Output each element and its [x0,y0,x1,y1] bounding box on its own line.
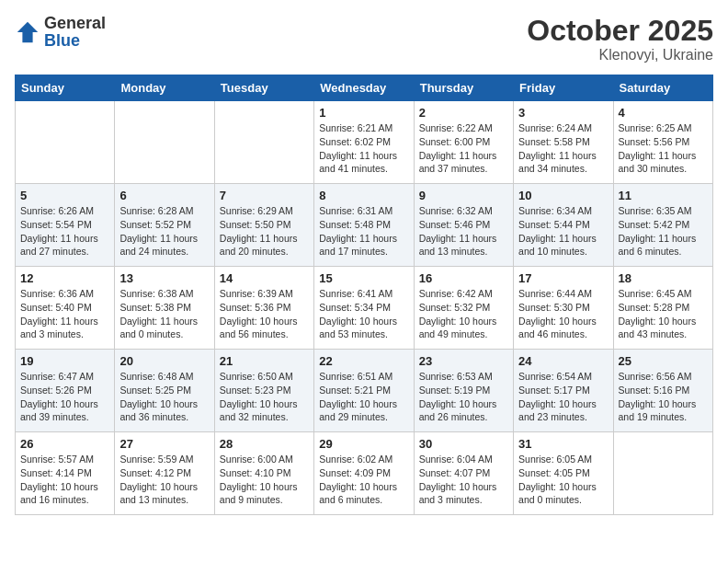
day-number: 27 [119,437,209,451]
day-number: 21 [220,354,309,368]
day-info: Sunrise: 6:36 AM Sunset: 5:40 PM Dayligh… [20,287,109,341]
calendar-cell: 30Sunrise: 6:04 AM Sunset: 4:07 PM Dayli… [414,432,513,515]
calendar-cell: 31Sunrise: 6:05 AM Sunset: 4:05 PM Dayli… [514,432,613,515]
day-number: 25 [619,354,708,368]
calendar-week-row: 12Sunrise: 6:36 AM Sunset: 5:40 PM Dayli… [16,267,713,350]
calendar-cell: 4Sunrise: 6:25 AM Sunset: 5:56 PM Daylig… [613,101,712,184]
day-number: 5 [20,189,109,202]
calendar-cell: 20Sunrise: 6:48 AM Sunset: 5:25 PM Dayli… [115,350,214,432]
day-info: Sunrise: 6:02 AM Sunset: 4:09 PM Dayligh… [319,453,408,507]
calendar-cell: 14Sunrise: 6:39 AM Sunset: 5:36 PM Dayli… [214,267,313,350]
day-info: Sunrise: 5:59 AM Sunset: 4:12 PM Dayligh… [119,453,209,507]
calendar-cell: 23Sunrise: 6:53 AM Sunset: 5:19 PM Dayli… [414,350,513,432]
day-number: 6 [119,189,209,202]
day-number: 23 [419,354,508,368]
day-number: 18 [619,271,708,285]
calendar-week-row: 19Sunrise: 6:47 AM Sunset: 5:26 PM Dayli… [16,350,713,432]
calendar-cell: 25Sunrise: 6:56 AM Sunset: 5:16 PM Dayli… [613,350,712,432]
day-info: Sunrise: 6:53 AM Sunset: 5:19 PM Dayligh… [419,370,508,424]
day-number: 16 [419,271,508,285]
month-title: October 2025 [527,15,713,47]
day-info: Sunrise: 6:22 AM Sunset: 6:00 PM Dayligh… [419,121,508,176]
day-info: Sunrise: 5:57 AM Sunset: 4:14 PM Dayligh… [20,453,109,507]
calendar-cell [115,101,214,184]
day-info: Sunrise: 6:38 AM Sunset: 5:38 PM Dayligh… [119,287,209,341]
day-info: Sunrise: 6:21 AM Sunset: 6:02 PM Dayligh… [319,121,408,176]
day-number: 7 [220,189,309,202]
day-number: 9 [419,189,508,202]
day-info: Sunrise: 6:41 AM Sunset: 5:34 PM Dayligh… [319,287,408,341]
calendar-cell: 10Sunrise: 6:34 AM Sunset: 5:44 PM Dayli… [514,184,613,267]
calendar-cell [16,101,115,184]
calendar-cell [613,432,712,515]
calendar-week-row: 26Sunrise: 5:57 AM Sunset: 4:14 PM Dayli… [16,432,713,515]
day-info: Sunrise: 6:35 AM Sunset: 5:42 PM Dayligh… [619,204,708,259]
calendar-cell: 7Sunrise: 6:29 AM Sunset: 5:50 PM Daylig… [214,184,313,267]
day-number: 4 [619,106,708,120]
day-number: 26 [20,437,109,451]
calendar-cell: 21Sunrise: 6:50 AM Sunset: 5:23 PM Dayli… [214,350,313,432]
weekday-header-wednesday: Wednesday [314,75,414,101]
calendar-cell: 28Sunrise: 6:00 AM Sunset: 4:10 PM Dayli… [214,432,313,515]
day-number: 17 [518,271,608,285]
location-title: Klenovyi, Ukraine [527,47,713,63]
day-number: 8 [319,189,408,202]
day-info: Sunrise: 6:00 AM Sunset: 4:10 PM Dayligh… [220,453,309,507]
calendar-cell: 13Sunrise: 6:38 AM Sunset: 5:38 PM Dayli… [115,267,214,350]
day-info: Sunrise: 6:29 AM Sunset: 5:50 PM Dayligh… [220,204,309,259]
calendar-cell: 16Sunrise: 6:42 AM Sunset: 5:32 PM Dayli… [414,267,513,350]
svg-marker-0 [17,22,38,42]
calendar-cell: 1Sunrise: 6:21 AM Sunset: 6:02 PM Daylig… [314,101,414,184]
day-info: Sunrise: 6:39 AM Sunset: 5:36 PM Dayligh… [220,287,309,341]
day-number: 11 [619,189,708,202]
weekday-header-monday: Monday [115,75,214,101]
day-info: Sunrise: 6:42 AM Sunset: 5:32 PM Dayligh… [419,287,508,341]
calendar-cell: 22Sunrise: 6:51 AM Sunset: 5:21 PM Dayli… [314,350,414,432]
calendar-week-row: 1Sunrise: 6:21 AM Sunset: 6:02 PM Daylig… [16,101,713,184]
weekday-header-tuesday: Tuesday [214,75,313,101]
day-info: Sunrise: 6:51 AM Sunset: 5:21 PM Dayligh… [319,370,408,424]
logo-blue: Blue [44,31,80,50]
day-info: Sunrise: 6:45 AM Sunset: 5:28 PM Dayligh… [619,287,708,341]
day-info: Sunrise: 6:31 AM Sunset: 5:48 PM Dayligh… [319,204,408,259]
calendar-cell: 15Sunrise: 6:41 AM Sunset: 5:34 PM Dayli… [314,267,414,350]
day-number: 13 [119,271,209,285]
weekday-header-friday: Friday [514,75,613,101]
calendar-cell: 19Sunrise: 6:47 AM Sunset: 5:26 PM Dayli… [16,350,115,432]
day-number: 28 [220,437,309,451]
day-info: Sunrise: 6:44 AM Sunset: 5:30 PM Dayligh… [518,287,608,341]
weekday-header-row: SundayMondayTuesdayWednesdayThursdayFrid… [16,75,713,101]
day-number: 20 [119,354,209,368]
calendar-cell: 3Sunrise: 6:24 AM Sunset: 5:58 PM Daylig… [514,101,613,184]
day-number: 12 [20,271,109,285]
logo: General Blue [15,15,106,50]
calendar-table: SundayMondayTuesdayWednesdayThursdayFrid… [15,75,713,515]
weekday-header-thursday: Thursday [414,75,513,101]
day-info: Sunrise: 6:26 AM Sunset: 5:54 PM Dayligh… [20,204,109,259]
calendar-cell: 24Sunrise: 6:54 AM Sunset: 5:17 PM Dayli… [514,350,613,432]
day-info: Sunrise: 6:25 AM Sunset: 5:56 PM Dayligh… [619,121,708,176]
calendar-cell: 17Sunrise: 6:44 AM Sunset: 5:30 PM Dayli… [514,267,613,350]
day-info: Sunrise: 6:54 AM Sunset: 5:17 PM Dayligh… [518,370,608,424]
day-number: 30 [419,437,508,451]
day-number: 2 [419,106,508,120]
logo-icon [15,19,40,45]
calendar-cell: 5Sunrise: 6:26 AM Sunset: 5:54 PM Daylig… [16,184,115,267]
calendar-cell: 29Sunrise: 6:02 AM Sunset: 4:09 PM Dayli… [314,432,414,515]
weekday-header-saturday: Saturday [613,75,712,101]
day-number: 3 [518,106,608,120]
day-info: Sunrise: 6:24 AM Sunset: 5:58 PM Dayligh… [518,121,608,176]
day-info: Sunrise: 6:05 AM Sunset: 4:05 PM Dayligh… [518,453,608,507]
calendar-cell: 26Sunrise: 5:57 AM Sunset: 4:14 PM Dayli… [16,432,115,515]
day-number: 29 [319,437,408,451]
calendar-cell: 6Sunrise: 6:28 AM Sunset: 5:52 PM Daylig… [115,184,214,267]
day-number: 10 [518,189,608,202]
title-block: October 2025 Klenovyi, Ukraine [527,15,713,63]
day-info: Sunrise: 6:47 AM Sunset: 5:26 PM Dayligh… [20,370,109,424]
calendar-cell: 18Sunrise: 6:45 AM Sunset: 5:28 PM Dayli… [613,267,712,350]
day-info: Sunrise: 6:04 AM Sunset: 4:07 PM Dayligh… [419,453,508,507]
logo-general: General [44,14,106,32]
page-header: General Blue October 2025 Klenovyi, Ukra… [15,15,713,63]
day-number: 24 [518,354,608,368]
day-number: 19 [20,354,109,368]
